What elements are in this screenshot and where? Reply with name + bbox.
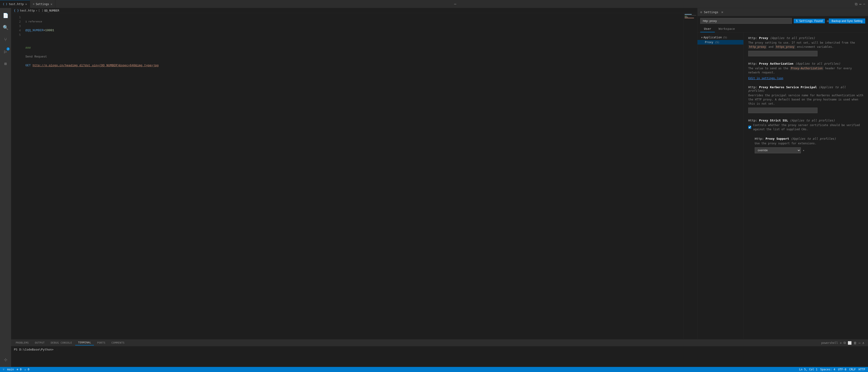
setting-http-proxy-strict-ssl: Http: Proxy Strict SSL (Applies to all p… bbox=[748, 119, 863, 132]
code-content[interactable]: 1 reference @QQ_NUMBER=10001 ### Send Re… bbox=[23, 13, 683, 339]
encoding-label[interactable]: UTF-8 bbox=[838, 368, 846, 371]
settings-gear-btn[interactable]: ⚙ bbox=[827, 19, 829, 23]
http-file-icon: { } bbox=[3, 3, 7, 5]
activity-item-remote[interactable]: ⊹ bbox=[0, 354, 11, 365]
send-request-label: Send Request bbox=[25, 55, 47, 58]
activity-item-run[interactable]: ▷ 2 bbox=[0, 46, 11, 57]
setting-http-proxy-authorization-title: Http: Proxy Authorization (Applies to al… bbox=[748, 62, 863, 65]
settings-panel: ⚙ Settings × 5 Settings Found ⚙ Backup a… bbox=[697, 8, 868, 339]
settings-content: Http: Proxy (Applies to all profiles) Th… bbox=[744, 33, 868, 339]
activity-item-explorer[interactable]: 📄 bbox=[0, 10, 11, 21]
run-badge: 2 bbox=[6, 47, 10, 51]
breadcrumb: { } test.http › [ ] QQ_NUMBER bbox=[11, 8, 697, 13]
setting-http-proxy-kerberos-desc: Overrides the principal service name for… bbox=[748, 93, 863, 106]
maximize-panel-icon[interactable]: ⬜ bbox=[848, 341, 851, 345]
application-group-label: Application bbox=[704, 36, 722, 39]
error-count[interactable]: ⊗ 0 bbox=[17, 368, 22, 371]
activity-item-search[interactable]: 🔍 bbox=[0, 22, 11, 33]
terminal-cursor: █ bbox=[55, 348, 57, 351]
spaces-label[interactable]: Spaces: 4 bbox=[820, 368, 835, 371]
get-request: GET http://q.qlogo.cn/headimg_dl?dst_uin… bbox=[25, 64, 158, 67]
close-icon[interactable]: × bbox=[51, 2, 52, 6]
open-changes-icon[interactable]: ↔ bbox=[859, 2, 862, 6]
tab-test-http-label: test.http bbox=[9, 3, 24, 6]
terminal-tabs-bar: PROBLEMS OUTPUT DEBUG CONSOLE TERMINAL P… bbox=[11, 339, 868, 346]
code-editor[interactable]: 1 2 3 4 5 1 reference @QQ_NUMBER=10001 #… bbox=[11, 13, 697, 339]
close-icon[interactable]: × bbox=[25, 2, 27, 6]
activity-item-extensions[interactable]: ⊞ bbox=[0, 58, 11, 69]
activity-item-git[interactable]: ⑂ bbox=[0, 34, 11, 45]
minimap bbox=[683, 13, 697, 339]
close-terminal-icon[interactable]: 🗑 bbox=[854, 341, 857, 345]
terminal-prompt: PS D:\CodeBase\Python> bbox=[14, 348, 55, 351]
setting-http-proxy-title: Http: Proxy (Applies to all profiles) bbox=[748, 36, 863, 40]
close-panel-icon[interactable]: ∧ bbox=[863, 341, 864, 345]
setting-http-proxy-authorization-desc: The value to send as the Proxy-Authoriza… bbox=[748, 66, 863, 75]
settings-close-btn[interactable]: × bbox=[721, 10, 723, 14]
setting-http-proxy-support-select[interactable]: override off on fallback bbox=[755, 147, 801, 153]
terminal-tab-debug-console[interactable]: DEBUG CONSOLE bbox=[48, 340, 75, 345]
terminal-tab-terminal[interactable]: TERMINAL bbox=[75, 340, 94, 345]
status-bar: ⑂ main ⊗ 0 ⚠ 0 Ln 5, Col 1 Spaces: 4 UTF… bbox=[0, 367, 868, 372]
terminal-content[interactable]: PS D:\CodeBase\Python> █ bbox=[11, 346, 868, 367]
application-count: (5) bbox=[723, 36, 727, 39]
warning-count[interactable]: ⚠ 0 bbox=[25, 368, 30, 371]
line-ending-label[interactable]: CRLF bbox=[849, 368, 856, 371]
setting-select-row: override off on fallback ▾ bbox=[755, 147, 863, 153]
setting-http-proxy-kerberos-title: Http: Proxy Kerberos Service Principal (… bbox=[748, 85, 863, 92]
line-numbers: 1 2 3 4 5 bbox=[11, 13, 23, 339]
breadcrumb-sep: › bbox=[36, 9, 37, 12]
setting-http-proxy: Http: Proxy (Applies to all profiles) Th… bbox=[748, 36, 863, 56]
breadcrumb-symbol-icon: [ ] bbox=[38, 9, 43, 12]
settings-search-input[interactable] bbox=[700, 18, 792, 24]
settings-tabs: User Workspace bbox=[698, 26, 868, 33]
editor-area: { } test.http › [ ] QQ_NUMBER 1 2 3 4 5 bbox=[11, 8, 697, 339]
terminal-tab-problems[interactable]: PROBLEMS bbox=[13, 340, 32, 345]
settings-group-application-header[interactable]: ▼ Application (5) bbox=[698, 35, 743, 40]
variable-decl: @QQ_NUMBER=10001 bbox=[25, 29, 54, 32]
powershell-label: powershell bbox=[821, 341, 838, 345]
add-terminal-icon[interactable]: + bbox=[840, 341, 842, 345]
tab-user[interactable]: User bbox=[700, 26, 715, 32]
settings-header: ⚙ Settings × bbox=[698, 8, 868, 16]
git-branch-label[interactable]: main bbox=[7, 368, 14, 371]
language-label[interactable]: HTTP bbox=[859, 368, 865, 371]
tab-workspace[interactable]: Workspace bbox=[715, 26, 738, 32]
settings-found-badge: 5 Settings Found bbox=[794, 19, 825, 23]
setting-http-proxy-strict-ssl-checkbox[interactable] bbox=[748, 125, 751, 129]
editor-more-btn[interactable]: ⋯ bbox=[452, 2, 458, 6]
terminal-tab-output[interactable]: OUTPUT bbox=[32, 340, 48, 345]
chevron-down-icon: ▼ bbox=[701, 36, 703, 39]
more-actions-icon[interactable]: ⋯ bbox=[863, 2, 865, 6]
sidebar-item-proxy[interactable]: Proxy (5) bbox=[698, 40, 743, 45]
edit-settings-json-link[interactable]: Edit in settings.json bbox=[748, 77, 783, 80]
settings-search-bar: 5 Settings Found ⚙ Backup and Sync Setti… bbox=[698, 16, 868, 26]
setting-http-proxy-support-title: Http: Proxy Support (Applies to all prof… bbox=[755, 137, 863, 140]
settings-icon: ⚙ bbox=[700, 10, 702, 14]
setting-http-proxy-desc: The proxy setting to use. If not set, wi… bbox=[748, 41, 863, 49]
terminal-tab-comments[interactable]: COMMENTS bbox=[109, 340, 127, 345]
terminal-more-icon[interactable]: ⋯ bbox=[859, 341, 860, 345]
cursor-position[interactable]: Ln 5, Col 1 bbox=[799, 368, 817, 371]
settings-body: ▼ Application (5) Proxy (5) bbox=[698, 33, 868, 339]
setting-http-proxy-kerberos-input[interactable] bbox=[748, 108, 817, 113]
tab-test-http[interactable]: { } test.http × bbox=[0, 0, 30, 8]
reference-text: 1 reference bbox=[25, 20, 42, 23]
breadcrumb-file[interactable]: test.http bbox=[20, 9, 35, 12]
backup-sync-button[interactable]: Backup and Sync Setting bbox=[829, 19, 865, 24]
terminal-area: PROBLEMS OUTPUT DEBUG CONSOLE TERMINAL P… bbox=[11, 339, 868, 367]
setting-http-proxy-support-desc: Use the proxy support for extensions. bbox=[755, 141, 863, 145]
setting-http-proxy-input[interactable] bbox=[748, 51, 817, 56]
split-terminal-icon[interactable]: ⧉ bbox=[843, 341, 846, 345]
split-editor-icon[interactable]: ⧉ bbox=[855, 2, 858, 6]
tab-settings[interactable]: ⚙ Settings × bbox=[30, 0, 55, 8]
terminal-tab-ports[interactable]: PORTS bbox=[94, 340, 108, 345]
chevron-down-icon: ▾ bbox=[803, 149, 805, 152]
setting-http-proxy-strict-ssl-title: Http: Proxy Strict SSL (Applies to all p… bbox=[748, 119, 863, 122]
activity-bar: 📄 🔍 ⑂ ▷ 2 ⊞ ⊹ bbox=[0, 8, 11, 367]
comment-line: ### bbox=[25, 46, 31, 50]
setting-http-proxy-support: ⚙ Http: Proxy Support (Applies to all pr… bbox=[748, 137, 863, 153]
tab-settings-label: Settings bbox=[36, 3, 49, 6]
breadcrumb-symbol[interactable]: QQ_NUMBER bbox=[44, 9, 59, 12]
setting-http-proxy-kerberos: Http: Proxy Kerberos Service Principal (… bbox=[748, 85, 863, 113]
